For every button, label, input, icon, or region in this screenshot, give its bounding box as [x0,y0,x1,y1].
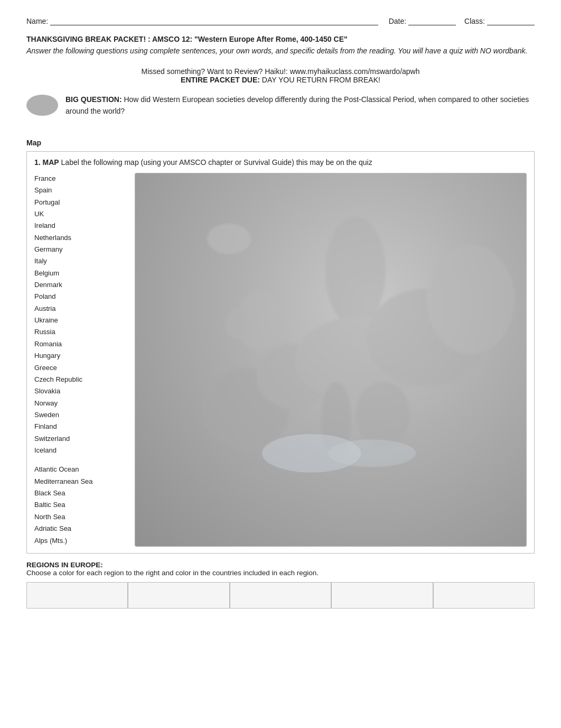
country-belgium: Belgium [34,268,124,279]
review-due-text: DAY YOU RETURN FROM BREAK! [262,76,380,84]
country-czech-republic: Czech Republic [34,374,124,385]
country-poland: Poland [34,291,124,302]
class-underline [487,16,535,25]
country-austria: Austria [34,303,124,315]
map-content: France Spain Portugal UK Ireland Netherl… [34,173,527,547]
name-label: Name: [26,17,48,25]
water-baltic-sea: Baltic Sea [34,499,124,511]
big-question-label: BIG QUESTION: [66,95,122,104]
review-section: Missed something? Want to Review? Haiku!… [26,67,535,84]
water-adriatic-sea: Adriatic Sea [34,523,124,535]
country-france: France [34,173,124,185]
map-box: 1. MAP Label the following map (using yo… [26,151,535,554]
map-labels-column: France Spain Portugal UK Ireland Netherl… [34,173,124,547]
review-due-label: ENTIRE PACKET DUE: [181,76,260,84]
country-romania: Romania [34,338,124,350]
svg-point-9 [427,244,515,354]
svg-point-10 [207,223,251,254]
region-box-3 [230,582,331,609]
country-ukraine: Ukraine [34,315,124,326]
country-germany: Germany [34,244,124,255]
country-sweden: Sweden [34,409,124,421]
date-underline [408,16,456,25]
title-section: THANKSGIVING BREAK PACKET! : AMSCO 12: "… [26,35,535,57]
water-atlantic-ocean: Atlantic Ocean [34,464,124,475]
water-north-sea: North Sea [34,511,124,523]
header: Name: Date: Class: [26,16,535,25]
class-label: Class: [464,17,485,25]
country-denmark: Denmark [34,279,124,291]
country-portugal: Portugal [34,197,124,208]
big-question-section: BIG QUESTION: How did Western European s… [26,94,535,117]
review-due: ENTIRE PACKET DUE: DAY YOU RETURN FROM B… [26,76,535,84]
big-question-body: How did Western European societies devel… [66,95,529,115]
review-missed-label: Missed something? Want to Review? Haiku!… [141,67,287,76]
country-italy: Italy [34,255,124,267]
regions-label: REGIONS IN EUROPE: [26,561,535,569]
country-slovakia: Slovakia [34,385,124,397]
packet-subtitle: Answer the following questions using com… [26,45,535,57]
map-instruction-bold: 1. MAP [34,158,59,167]
water-mediterranean-sea: Mediterranean Sea [34,476,124,487]
water-black-sea: Black Sea [34,487,124,499]
country-finland: Finland [34,421,124,432]
date-label: Date: [389,17,406,25]
svg-point-3 [225,309,249,339]
class-field: Class: [464,16,535,25]
country-ireland: Ireland [34,220,124,232]
map-instruction-text: Label the following map (using your AMSC… [61,158,372,167]
regions-instruction: Choose a color for each region to the ri… [26,569,535,577]
country-russia: Russia [34,326,124,338]
review-url: www.myhaikuclass.com/mswardo/apwh [290,67,420,76]
map-section-label: Map [26,139,535,147]
map-image [135,173,527,547]
name-field: Name: [26,16,378,25]
regions-bottom-row [26,582,535,609]
date-field: Date: [389,16,456,25]
water-alps: Alps (Mts.) [34,535,124,547]
review-haiku: Missed something? Want to Review? Haiku!… [26,67,535,76]
cloud-icon [26,95,58,116]
country-greece: Greece [34,362,124,374]
packet-title: THANKSGIVING BREAK PACKET! : AMSCO 12: "… [26,35,535,43]
region-box-2 [128,582,229,609]
regions-section: REGIONS IN EUROPE: Choose a color for ea… [26,561,535,609]
name-underline [50,16,378,25]
svg-point-4 [325,217,386,327]
country-netherlands: Netherlands [34,232,124,244]
country-norway: Norway [34,398,124,409]
country-switzerland: Switzerland [34,433,124,445]
region-box-4 [331,582,433,609]
region-box-5 [433,582,535,609]
svg-point-12 [328,439,416,467]
country-uk: UK [34,208,124,220]
map-instruction: 1. MAP Label the following map (using yo… [34,158,527,167]
country-hungary: Hungary [34,350,124,362]
region-box-1 [26,582,128,609]
country-spain: Spain [34,185,124,196]
map-land-svg [135,173,527,547]
svg-point-8 [356,382,410,448]
big-question-text: BIG QUESTION: How did Western European s… [66,94,535,117]
country-iceland: Iceland [34,445,124,456]
